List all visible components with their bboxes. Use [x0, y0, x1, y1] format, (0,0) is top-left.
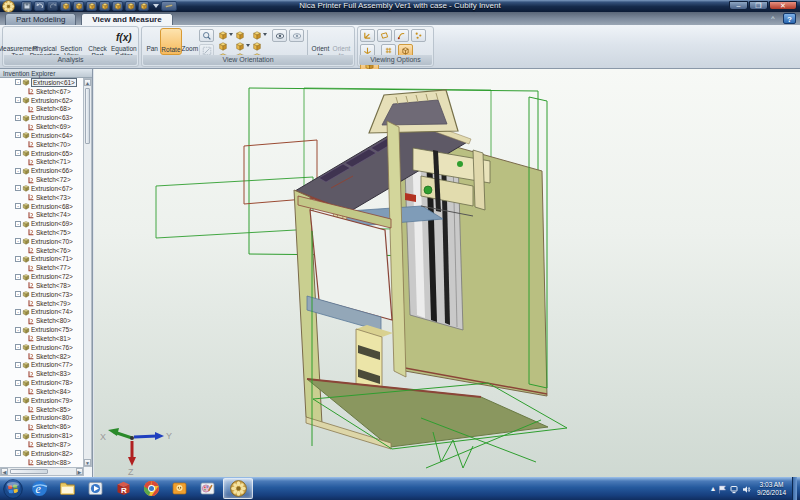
- tree-item-sketch[interactable]: Sketch<78>: [0, 281, 84, 290]
- help-button[interactable]: ?: [783, 13, 796, 24]
- show-desktop-button[interactable]: [792, 477, 797, 500]
- tree-item-sketch[interactable]: Sketch<87>: [0, 440, 84, 449]
- restore-button[interactable]: ❐: [749, 1, 768, 10]
- tree-item-extrusion[interactable]: -Extrusion<78>: [0, 378, 84, 387]
- tree-item-sketch[interactable]: Sketch<84>: [0, 387, 84, 396]
- tree-item-sketch[interactable]: Sketch<85>: [0, 405, 84, 414]
- minimize-button[interactable]: –: [729, 1, 748, 10]
- pen-icon[interactable]: [161, 1, 177, 11]
- tree-item-sketch[interactable]: Sketch<79>: [0, 299, 84, 308]
- tree-item-sketch[interactable]: Sketch<82>: [0, 352, 84, 361]
- show-planes-toggle-icon[interactable]: [377, 29, 392, 42]
- network-icon[interactable]: [730, 480, 739, 498]
- collapse-node-icon[interactable]: -: [15, 344, 21, 350]
- tree-item-sketch[interactable]: Sketch<86>: [0, 422, 84, 431]
- tree-item-extrusion[interactable]: -Extrusion<73>: [0, 290, 84, 299]
- tab-view-and-measure[interactable]: View and Measure: [81, 13, 172, 25]
- 3d-viewport[interactable]: X Y Z: [94, 69, 800, 477]
- view-right-button[interactable]: [218, 40, 235, 51]
- tree-item-sketch[interactable]: Sketch<70>: [0, 140, 84, 149]
- save-icon[interactable]: [21, 1, 32, 11]
- collapse-node-icon[interactable]: -: [15, 203, 21, 209]
- redo-icon[interactable]: [47, 1, 58, 11]
- collapse-node-icon[interactable]: -: [15, 256, 21, 262]
- tree-item-sketch[interactable]: Sketch<80>: [0, 316, 84, 325]
- tree-item-extrusion[interactable]: -Extrusion<76>: [0, 343, 84, 352]
- tree-horizontal-scrollbar[interactable]: ◀ ▶: [0, 467, 84, 476]
- view-cube-icon-3[interactable]: [86, 1, 97, 11]
- tray-chevron-icon[interactable]: ▴: [711, 484, 715, 493]
- collapse-node-icon[interactable]: -: [15, 185, 21, 191]
- action-center-flag-icon[interactable]: [718, 480, 727, 498]
- view-back-button[interactable]: [235, 29, 252, 40]
- tree-vertical-scrollbar[interactable]: ▲ ▼: [83, 78, 92, 467]
- speaker-icon[interactable]: [742, 480, 751, 498]
- collapse-node-icon[interactable]: -: [15, 132, 21, 138]
- view-bottom-button[interactable]: [252, 40, 269, 51]
- cubify-invent-taskbar-button[interactable]: [223, 478, 253, 499]
- collapse-node-icon[interactable]: -: [15, 150, 21, 156]
- view-top-button[interactable]: [235, 40, 252, 51]
- tree-item-extrusion[interactable]: -Extrusion<63>: [0, 113, 84, 122]
- tree-item-sketch[interactable]: Sketch<74>: [0, 210, 84, 219]
- chrome-icon[interactable]: [139, 478, 163, 499]
- qat-dropdown-icon[interactable]: [153, 4, 159, 8]
- tab-part-modeling[interactable]: Part Modeling: [5, 13, 76, 25]
- show-sketches-toggle-icon[interactable]: [394, 29, 409, 42]
- tree-item-extrusion[interactable]: -Extrusion<61>: [0, 78, 84, 87]
- collapse-node-icon[interactable]: -: [15, 450, 21, 456]
- collapse-node-icon[interactable]: -: [15, 221, 21, 227]
- tree-item-extrusion[interactable]: -Extrusion<82>: [0, 449, 84, 458]
- paint-app-icon[interactable]: [195, 478, 219, 499]
- tree-item-extrusion[interactable]: -Extrusion<69>: [0, 219, 84, 228]
- collapse-node-icon[interactable]: -: [15, 168, 21, 174]
- windows-explorer-icon[interactable]: [55, 478, 79, 499]
- scroll-right-icon[interactable]: ▶: [76, 468, 83, 475]
- collapse-node-icon[interactable]: -: [15, 97, 21, 103]
- tree-item-extrusion[interactable]: -Extrusion<70>: [0, 237, 84, 246]
- tree-item-sketch[interactable]: Sketch<83>: [0, 369, 84, 378]
- tree-item-sketch[interactable]: Sketch<71>: [0, 157, 84, 166]
- perspective-toggle-icon[interactable]: [272, 29, 287, 42]
- tree-item-extrusion[interactable]: -Extrusion<72>: [0, 272, 84, 281]
- view-front-button[interactable]: [218, 29, 235, 40]
- view-cube-icon-4[interactable]: [99, 1, 110, 11]
- tree-item-extrusion[interactable]: -Extrusion<64>: [0, 131, 84, 140]
- tree-item-sketch[interactable]: Sketch<67>: [0, 87, 84, 96]
- tree-item-sketch[interactable]: Sketch<88>: [0, 458, 84, 467]
- tree-item-extrusion[interactable]: -Extrusion<74>: [0, 308, 84, 317]
- photo-app-icon[interactable]: [167, 478, 191, 499]
- view-cube-icon-7[interactable]: [138, 1, 149, 11]
- zoom-window-icon[interactable]: [199, 29, 214, 42]
- internet-explorer-icon[interactable]: e: [27, 478, 51, 499]
- tree-item-extrusion[interactable]: -Extrusion<65>: [0, 149, 84, 158]
- close-button[interactable]: ✕: [769, 1, 797, 10]
- tree-item-extrusion[interactable]: -Extrusion<62>: [0, 96, 84, 105]
- tree-item-extrusion[interactable]: -Extrusion<66>: [0, 166, 84, 175]
- tree-item-sketch[interactable]: Sketch<68>: [0, 104, 84, 113]
- collapse-node-icon[interactable]: -: [15, 238, 21, 244]
- undo-icon[interactable]: [34, 1, 45, 11]
- collapse-node-icon[interactable]: -: [15, 380, 21, 386]
- tree-item-sketch[interactable]: Sketch<73>: [0, 193, 84, 202]
- view-cube-icon-5[interactable]: [112, 1, 123, 11]
- tree-item-extrusion[interactable]: -Extrusion<77>: [0, 361, 84, 370]
- collapse-node-icon[interactable]: -: [15, 415, 21, 421]
- collapse-node-icon[interactable]: -: [15, 274, 21, 280]
- tree-item-sketch[interactable]: Sketch<72>: [0, 175, 84, 184]
- view-cube-icon-6[interactable]: [125, 1, 136, 11]
- view-cube-icon-1[interactable]: [60, 1, 71, 11]
- tree-item-extrusion[interactable]: -Extrusion<68>: [0, 202, 84, 211]
- show-axes-toggle-icon[interactable]: [360, 29, 375, 42]
- rotate-button[interactable]: Rotate: [160, 28, 181, 55]
- view-cube-icon-2[interactable]: [73, 1, 84, 11]
- r-application-icon[interactable]: R: [111, 478, 135, 499]
- tree-item-extrusion[interactable]: -Extrusion<67>: [0, 184, 84, 193]
- tree-item-sketch[interactable]: Sketch<81>: [0, 334, 84, 343]
- collapse-ribbon-icon[interactable]: ^: [768, 15, 778, 23]
- tree-item-sketch[interactable]: Sketch<77>: [0, 263, 84, 272]
- show-points-toggle-icon[interactable]: [411, 29, 426, 42]
- media-player-icon[interactable]: [83, 478, 107, 499]
- collapse-node-icon[interactable]: -: [15, 309, 21, 315]
- collapse-node-icon[interactable]: -: [15, 291, 21, 297]
